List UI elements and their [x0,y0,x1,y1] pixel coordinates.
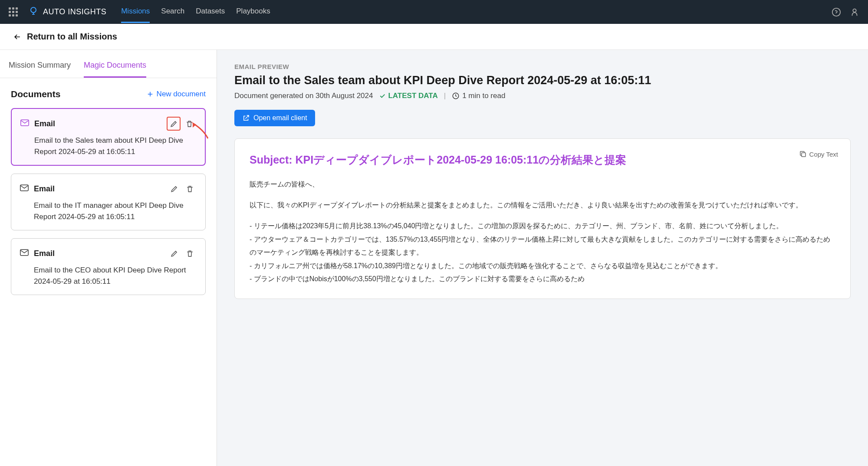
brand-text: AUTO INSIGHTS [43,7,106,16]
trash-icon [186,249,194,258]
doc-type-label: Email [34,249,162,258]
svg-point-0 [31,7,36,13]
pencil-icon [170,120,178,128]
email-subject: Subject: KPIディープダイブレポート2024-05-29 16:05:… [250,152,835,168]
generated-date: Document generated on 30th August 2024 [234,92,373,100]
open-email-client-button[interactable]: Open email client [234,110,315,126]
nav-link-playbooks[interactable]: Playbooks [236,1,270,23]
doc-description: Email to the CEO about KPI Deep Dive Rep… [20,265,197,287]
back-to-missions[interactable]: Return to all Missions [0,24,868,50]
delete-button[interactable] [182,117,196,131]
topbar: AUTO INSIGHTS Missions Search Datasets P… [0,0,868,24]
meta-divider: | [444,92,446,100]
help-icon[interactable] [832,7,841,17]
copy-text-button[interactable]: Copy Text [799,150,838,158]
email-intro: 以下に、我々のKPIディープダイブレポートの分析結果と提案をまとめました。この情… [250,199,835,212]
email-icon [20,184,29,193]
arrow-left-icon [13,33,22,41]
doc-description: Email to the Sales team about KPI Deep D… [20,135,196,157]
edit-button[interactable] [167,246,181,260]
email-body: Copy Text Subject: KPIディープダイブレポート2024-05… [234,138,851,299]
doc-card[interactable]: Email Email to the Sales team about KPI … [11,108,206,166]
email-bullets: - リテール価格は2023年5月に前月比38.13%の45,040円増となりまし… [250,220,835,286]
brand[interactable]: AUTO INSIGHTS [28,6,106,18]
copy-icon [799,150,807,158]
brand-logo-icon [28,6,39,18]
doc-type-label: Email [34,119,161,128]
svg-point-2 [853,9,856,12]
svg-rect-7 [802,153,806,157]
user-icon[interactable] [850,7,859,17]
edit-button[interactable] [167,117,181,131]
doc-card[interactable]: Email Email to the IT manager about KPI … [11,174,206,230]
edit-button[interactable] [167,182,181,196]
tab-mission-summary[interactable]: Mission Summary [9,54,71,78]
nav-link-search[interactable]: Search [161,1,184,23]
apps-grid-icon[interactable] [9,7,18,16]
nav-links: Missions Search Datasets Playbooks [121,1,270,23]
pencil-icon [170,185,178,193]
doc-card[interactable]: Email Email to the CEO about KPI Deep Di… [11,238,206,295]
trash-icon [185,120,194,128]
check-icon [379,92,386,99]
doc-type-label: Email [34,184,162,194]
doc-description: Email to the IT manager about KPI Deep D… [20,200,197,222]
svg-point-1 [832,8,840,16]
left-panel: Mission Summary Magic Documents Document… [0,50,217,466]
pencil-icon [170,249,178,258]
preview-meta: Document generated on 30th August 2024 L… [234,92,851,100]
tabs: Mission Summary Magic Documents [0,50,217,78]
preview-title: Email to the Sales team about KPI Deep D… [234,73,851,88]
read-time: 1 min to read [452,92,505,100]
email-icon [20,119,29,128]
email-icon [20,249,29,258]
email-greeting: 販売チームの皆様へ、 [250,178,835,191]
plus-icon [146,90,154,98]
new-document-label: New document [157,90,206,98]
delete-button[interactable] [183,246,197,260]
back-label: Return to all Missions [27,32,117,42]
right-panel: EMAIL PREVIEW Email to the Sales team ab… [217,50,868,466]
preview-label: EMAIL PREVIEW [234,63,851,70]
nav-link-missions[interactable]: Missions [121,1,150,23]
documents-heading: Documents [11,89,60,99]
trash-icon [186,185,194,193]
tab-magic-documents[interactable]: Magic Documents [84,54,146,78]
nav-link-datasets[interactable]: Datasets [196,1,225,23]
new-document-button[interactable]: New document [146,90,206,98]
clock-icon [452,92,460,100]
latest-data-badge: LATEST DATA [379,92,437,100]
delete-button[interactable] [183,182,197,196]
external-link-icon [242,114,250,122]
